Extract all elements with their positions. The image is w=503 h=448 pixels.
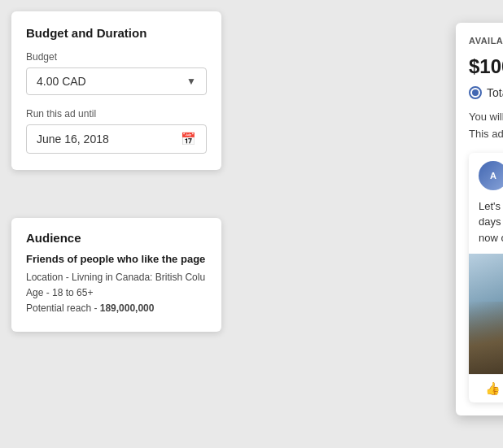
like-action[interactable]: 👍 Like (469, 375, 503, 402)
total-radio[interactable]: Total (469, 86, 503, 99)
ad-actions-bar: 👍 Like 💬 Comment ↗ Share (469, 374, 503, 402)
ad-image (469, 254, 503, 374)
balance-header: AVAILABLE MONTHLY BALANCE ? × (469, 34, 503, 47)
balance-popup: AVAILABLE MONTHLY BALANCE ? × $100/$100 … (456, 23, 503, 415)
reach-label: Potential reach - (26, 302, 97, 314)
audience-details: Location - Livning in Canada: British Co… (26, 270, 207, 317)
ad-profile: A ACME Sponsored 🌐 (479, 161, 503, 190)
ad-body-text: Let's get out there this weekend. It's t… (469, 195, 503, 254)
rocks-decoration (469, 302, 503, 374)
date-picker[interactable]: June 16, 2018 📅 (26, 124, 207, 154)
total-label: Total (487, 86, 503, 99)
ad-preview-header: A ACME Sponsored 🌐 👍 Like Page (469, 153, 503, 195)
ad-preview-card: A ACME Sponsored 🌐 👍 Like Page Let's get… (469, 153, 503, 403)
run-until-label: Run this ad until (26, 108, 207, 120)
balance-title-row: AVAILABLE MONTHLY BALANCE ? (469, 35, 503, 46)
audience-reach: Potential reach - 189,000,000 (26, 301, 207, 316)
audience-age: Age - 18 to 65+ (26, 285, 207, 301)
spend-line2: This ad will run for 2 days. (469, 126, 503, 143)
balance-amount: $100/$100 Add more (469, 55, 503, 77)
chevron-down-icon: ▼ (186, 76, 196, 87)
balance-amount-row: $100/$100 Add more (469, 55, 503, 78)
avatar: A (479, 161, 503, 190)
reach-value: 189,000,000 (100, 302, 155, 314)
calendar-icon: 📅 (181, 132, 196, 146)
balance-value: $100 (469, 55, 503, 77)
budget-duration-card: Budget and Duration Budget 4.00 CAD ▼ Ru… (11, 11, 221, 170)
audience-location: Location - Livning in Canada: British Co… (26, 270, 207, 285)
budget-value: 4.00 CAD (37, 75, 86, 88)
budget-type-radio-group: Total Per Day (469, 86, 503, 99)
budget-card-title: Budget and Duration (26, 26, 207, 40)
total-radio-circle (469, 86, 482, 99)
spend-info: You will spend an avergae of $2.00 per d… (469, 109, 503, 143)
audience-type: Friends of people who like the page (26, 253, 207, 265)
spend-line1: You will spend an avergae of $2.00 per d… (469, 109, 503, 126)
like-icon: 👍 (485, 381, 501, 396)
balance-title: AVAILABLE MONTHLY BALANCE (469, 36, 503, 46)
date-value: June 16, 2018 (37, 133, 109, 146)
audience-card-title: Audience (26, 231, 207, 245)
budget-select[interactable]: 4.00 CAD ▼ (26, 67, 207, 95)
audience-card: Audience Friends of people who like the … (11, 218, 221, 332)
budget-label: Budget (26, 51, 207, 63)
